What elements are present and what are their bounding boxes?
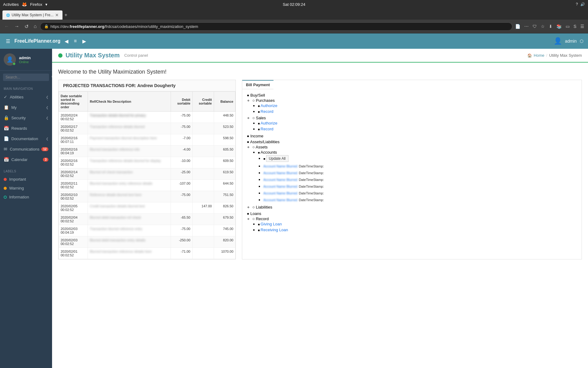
search-input[interactable] xyxy=(6,75,51,79)
menu-btn[interactable]: ☰ xyxy=(579,23,586,30)
communications-label: Communications xyxy=(10,147,40,151)
purchases-label[interactable]: Purchases xyxy=(256,98,274,103)
main-layout: 👤 admin Online 🔍 MAIN NAVIGATION ✓ Abili… xyxy=(0,49,588,368)
label-item-important[interactable]: Important xyxy=(0,175,52,184)
cell-debit: -75.00 xyxy=(171,225,192,236)
documentation-label: Documentation xyxy=(11,136,38,141)
purchases-authorize-link[interactable]: Authorize xyxy=(261,103,277,108)
sidebar-toggle-btn[interactable]: ▭ xyxy=(564,23,571,30)
cell-ref: Transaction reference details blurred xyxy=(88,123,171,134)
sidebar-item-communications[interactable]: ✉ Communications 12 xyxy=(0,144,52,154)
search-box[interactable]: 🔍 xyxy=(3,74,49,81)
new-tab-button[interactable]: + xyxy=(62,10,69,20)
library-btn[interactable]: 📚 xyxy=(555,23,563,30)
giving-loan-bullet xyxy=(258,222,261,226)
rewards-icon: 📅 xyxy=(4,126,9,131)
sidebar-item-rewards[interactable]: 📅 Rewards xyxy=(0,123,52,133)
datetime-label-3: DateTimeStamp: xyxy=(299,178,324,182)
bill-payment-tab[interactable]: Bill Payment xyxy=(242,80,273,89)
sidebar-item-abilities[interactable]: ✓ Abilities ❮ xyxy=(0,92,52,102)
user-name: admin xyxy=(19,56,31,60)
label-item-information[interactable]: Information xyxy=(0,193,52,201)
sidebar-item-security[interactable]: 🔒 Security ❮ xyxy=(0,113,52,123)
account-link-1[interactable]: Account Name Blurred xyxy=(263,164,297,168)
security-chevron: ❮ xyxy=(46,116,48,120)
table-row: 2020/02/2400:02:52 Transaction details b… xyxy=(59,112,236,123)
col-header-debit[interactable]: Debit sortable xyxy=(171,92,192,112)
tab-close-btn[interactable]: ✕ xyxy=(55,13,59,17)
download-btn[interactable]: ⬇ xyxy=(548,23,554,30)
table-row: 2020/02/0400:02:52 Blurred debit transac… xyxy=(59,214,236,225)
income-label[interactable]: Income xyxy=(250,134,263,138)
back-button[interactable]: ← xyxy=(2,22,11,30)
user-avatar: 👤 xyxy=(4,53,16,66)
forward-button[interactable]: → xyxy=(13,22,21,30)
cell-date: 2020/02/1700:02:52 xyxy=(59,123,88,134)
table-row: 2020/02/1600:02:52 Transaction reference… xyxy=(59,157,236,168)
account-link-6[interactable]: Account Name Blurred xyxy=(263,198,297,202)
activities-label[interactable]: Activities xyxy=(3,2,19,7)
help-icon[interactable]: ? xyxy=(576,2,578,6)
account-link-3[interactable]: Account Name Blurred xyxy=(263,178,297,182)
refresh-button[interactable]: ↺ xyxy=(23,22,30,31)
cell-credit xyxy=(192,248,214,259)
sync-btn[interactable]: S xyxy=(572,23,578,30)
sidebar-item-calendar[interactable]: 📅 Calendar 3 xyxy=(0,154,52,165)
tree-item-datetime-6: Account Name Blurred DateTimeStamp: xyxy=(263,196,577,203)
col-header-ref[interactable]: Ref/Check No Description xyxy=(88,92,171,112)
nav-back-btn[interactable]: ◀ xyxy=(63,37,70,45)
os-topbar-right: ? 🔊 xyxy=(576,2,585,6)
firefox-label[interactable]: Firefox xyxy=(30,2,42,7)
account-link-5[interactable]: Account Name Blurred xyxy=(263,191,297,195)
loans-label[interactable]: Loans xyxy=(250,211,261,216)
reader-mode-btn[interactable]: 📄 xyxy=(514,23,522,30)
browser-tab-active[interactable]: 🌐 Utility Max System | Fre... ✕ xyxy=(2,10,62,20)
tree-item-loans-record: Record Giving Loan xyxy=(252,216,577,233)
buysell-label[interactable]: Buy/Sell xyxy=(250,93,265,98)
sales-record-link[interactable]: Record xyxy=(261,127,273,131)
transactions-table: Date sortable sorted in descending order… xyxy=(58,91,236,259)
receiving-loan-link[interactable]: Receiving Loan xyxy=(261,228,288,232)
nav-tree: Buy/Sell Purchases Authorize xyxy=(247,92,577,234)
sidebar-item-documentation[interactable]: 📄 Documentation ❮ xyxy=(0,133,52,144)
sales-label[interactable]: Sales xyxy=(256,116,266,120)
home-button[interactable]: ⌂ xyxy=(32,22,39,30)
tree-item-assets-liabilities: Assets/Liabilities Assets Acco xyxy=(247,139,577,211)
assets-liabilities-label[interactable]: Assets/Liabilities xyxy=(250,140,280,144)
sales-children: Authorize Record xyxy=(252,120,577,132)
cell-credit xyxy=(192,225,214,236)
col-header-credit[interactable]: Credit sortable xyxy=(192,92,214,112)
account-link-4[interactable]: Account Name Blurred xyxy=(263,185,297,188)
liabilities-label[interactable]: Liabilities xyxy=(256,205,272,209)
more-btn[interactable]: ⋯ xyxy=(523,23,530,30)
shield-btn[interactable]: 🛡 xyxy=(531,23,538,30)
loans-record-label[interactable]: Record xyxy=(256,217,269,221)
giving-loan-link[interactable]: Giving Loan xyxy=(261,222,282,226)
assets-label[interactable]: Assets xyxy=(256,145,268,149)
accounts-label[interactable]: Accounts xyxy=(261,150,277,155)
sales-bullet xyxy=(252,116,256,120)
cell-balance: 644.50 xyxy=(214,180,235,191)
firefox-dropdown-icon[interactable]: ▾ xyxy=(45,2,47,7)
main-content: Welcome to the Utility Maximization Syst… xyxy=(52,63,588,368)
share-button[interactable]: ⬡ xyxy=(580,39,583,44)
purchases-record-link[interactable]: Record xyxy=(261,109,273,114)
browser-chrome: 🌐 Utility Max System | Fre... ✕ + ← → ↺ … xyxy=(0,9,588,33)
bookmark-btn[interactable]: ☆ xyxy=(540,23,546,30)
nav-list-btn[interactable]: ≡ xyxy=(73,37,78,45)
nav-forward-btn[interactable]: ▶ xyxy=(81,37,87,45)
update-all-button[interactable]: Update All xyxy=(266,155,288,162)
label-item-warning[interactable]: Warning xyxy=(0,184,52,193)
volume-icon[interactable]: 🔊 xyxy=(580,2,585,6)
col-header-date[interactable]: Date sortable sorted in descending order xyxy=(59,92,88,112)
hamburger-menu-btn[interactable]: ☰ xyxy=(5,37,11,45)
sidebar-item-my[interactable]: 📋 My ❮ xyxy=(0,102,52,113)
col-header-balance[interactable]: Balance xyxy=(214,92,235,112)
sales-authorize-link[interactable]: Authorize xyxy=(261,121,277,125)
firefox-icon: 🦊 xyxy=(22,2,27,7)
admin-name-label[interactable]: admin xyxy=(565,39,577,44)
account-link-2[interactable]: Account Name Blurred xyxy=(263,171,297,175)
app-logo[interactable]: FreeLifePlanner.org xyxy=(14,38,60,44)
address-bar[interactable]: 🔒 https://dev.freelifeplanner.org/frdcsa… xyxy=(40,22,512,31)
breadcrumb-home[interactable]: Home xyxy=(534,53,545,58)
